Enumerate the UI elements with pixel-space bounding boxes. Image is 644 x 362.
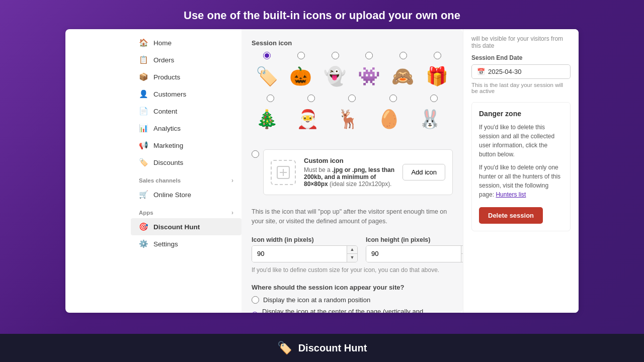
icon-row2-icons: 🎄 🎅 🦌 🥚 🐰 <box>252 104 453 134</box>
radio-bunny[interactable] <box>430 95 438 102</box>
add-icon-button[interactable]: Add icon <box>403 164 445 180</box>
custom-icon-placeholder <box>271 160 296 185</box>
end-date-field[interactable]: 📅 2025-04-30 <box>471 64 571 79</box>
position-option-random: Display the icon at a random position <box>252 296 453 304</box>
sidebar-item-analytics[interactable]: 📊 Analytics <box>131 120 242 137</box>
icon-santa: 🎅 <box>292 104 323 134</box>
home-icon: 🏠 <box>139 38 148 47</box>
position-label-center: Display the icon at the center of the pa… <box>262 308 453 313</box>
end-date-visible-hint: will be visible for your visitors from t… <box>471 35 571 49</box>
sidebar-item-home[interactable]: 🏠 Home <box>131 34 242 51</box>
radio-gift[interactable] <box>434 52 441 59</box>
sidebar-label-home: Home <box>153 39 172 47</box>
online-store-icon: 🛒 <box>139 190 148 199</box>
height-spinner: ▲ ▼ <box>366 245 463 262</box>
sidebar-label-orders: Orders <box>153 56 174 64</box>
orders-icon: 📋 <box>139 55 148 64</box>
sidebar-label-online-store: Online Store <box>153 191 191 199</box>
radio-egg[interactable] <box>389 95 397 102</box>
calendar-icon: 📅 <box>477 68 485 75</box>
bottom-footer: 🏷️ Discount Hunt <box>0 334 644 362</box>
hunters-list-link[interactable]: Hunters list <box>496 191 526 198</box>
icon-monster: 👾 <box>354 61 384 92</box>
footer-icon: 🏷️ <box>277 341 292 355</box>
size-hint: If you'd like to define custom size for … <box>252 266 453 274</box>
delete-session-button[interactable]: Delete session <box>479 207 543 224</box>
position-question: Where should the session icon appear you… <box>252 284 453 291</box>
sidebar-item-customers[interactable]: 👤 Customers <box>131 85 242 103</box>
custom-icon-desc: Must be a .jpg or .png, less than 200kb,… <box>304 166 394 188</box>
icon-bunny: 🐰 <box>415 104 445 134</box>
icon-gift: 🎁 <box>422 61 452 92</box>
radio-position-center[interactable] <box>252 311 258 313</box>
width-input[interactable] <box>252 246 347 262</box>
custom-icon-title: Custom icon <box>304 157 394 164</box>
products-icon: 📦 <box>139 72 148 81</box>
icon-row1-icons: 🏷️ 🎃 👻 👾 🙈 🎁 <box>252 61 453 92</box>
danger-zone-title: Danger zone <box>479 110 563 118</box>
chevron-icon: › <box>231 177 233 184</box>
sidebar-label-analytics: Analytics <box>153 125 181 132</box>
position-label-random: Display the icon at a random position <box>263 296 370 304</box>
width-label: Icon width (in pixels) <box>252 236 358 243</box>
end-date-description: This is the last day your session will b… <box>471 82 571 94</box>
icon-row1-radios <box>252 52 453 59</box>
position-section: Where should the session icon appear you… <box>252 284 453 313</box>
danger-zone: Danger zone If you'd like to delete this… <box>471 102 571 231</box>
radio-monster[interactable] <box>365 52 373 59</box>
end-date-value: 2025-04-30 <box>488 68 522 75</box>
right-panel: will be visible for your visitors from t… <box>463 29 579 313</box>
sidebar-label-settings: Settings <box>153 240 178 248</box>
sidebar-label-discounts: Discounts <box>153 159 183 166</box>
width-decrement-btn[interactable]: ▼ <box>347 254 357 262</box>
radio-ornament[interactable] <box>267 95 274 102</box>
icon-ghost: 👻 <box>319 61 350 92</box>
width-input-group: Icon width (in pixels) ▲ ▼ <box>252 236 358 262</box>
sidebar: 🏠 Home 📋 Orders 📦 Products 👤 Customers 📄… <box>131 29 242 313</box>
height-label: Icon height (in pixels) <box>366 236 463 243</box>
sidebar-item-discounts[interactable]: 🏷️ Discounts <box>131 154 242 171</box>
radio-pumpkin[interactable] <box>297 52 305 59</box>
icon-monkey: 🙈 <box>388 61 418 92</box>
danger-zone-para1: If you'd like to delete this session and… <box>479 123 563 159</box>
sidebar-item-online-store[interactable]: 🛒 Online Store <box>131 186 242 203</box>
sidebar-item-orders[interactable]: 📋 Orders <box>131 51 242 68</box>
session-icon-label: Session icon <box>252 39 453 47</box>
radio-discount[interactable] <box>263 52 271 59</box>
discount-hunt-icon: 🎯 <box>139 222 148 231</box>
icon-row2-radios <box>252 95 453 102</box>
analytics-icon: 📊 <box>139 124 148 133</box>
radio-custom[interactable] <box>252 150 259 158</box>
sidebar-item-discount-hunt[interactable]: 🎯 Discount Hunt <box>131 218 242 235</box>
icon-egg: 🥚 <box>374 104 405 134</box>
content-area: Session icon 🏷️ 🎃 👻 👾 🙈 <box>242 29 463 313</box>
main-card: 🏠 Home 📋 Orders 📦 Products 👤 Customers 📄… <box>65 29 579 313</box>
radio-santa[interactable] <box>307 95 315 102</box>
position-option-center: Display the icon at the center of the pa… <box>252 308 453 313</box>
width-increment-btn[interactable]: ▲ <box>347 246 357 254</box>
apps-chevron-icon: › <box>231 209 233 216</box>
marketing-icon: 📢 <box>139 141 148 150</box>
sidebar-label-discount-hunt: Discount Hunt <box>153 223 200 231</box>
sidebar-item-content[interactable]: 📄 Content <box>131 103 242 120</box>
danger-zone-para2: If you'd like to delete only one hunter … <box>479 163 563 199</box>
radio-reindeer[interactable] <box>348 95 356 102</box>
apps-section: Apps › <box>131 203 242 218</box>
sidebar-item-products[interactable]: 📦 Products <box>131 68 242 85</box>
width-spinner: ▲ ▼ <box>252 245 358 262</box>
sidebar-item-marketing[interactable]: 📢 Marketing <box>131 137 242 154</box>
icon-description: This is the icon that will "pop up" afte… <box>252 207 453 226</box>
radio-position-random[interactable] <box>252 296 259 304</box>
customers-icon: 👤 <box>139 89 148 99</box>
custom-icon-section: Custom icon Must be a .jpg or .png, less… <box>263 149 453 195</box>
radio-ghost[interactable] <box>332 52 339 59</box>
end-date-label: Session End Date <box>471 54 571 61</box>
icon-discount: 🏷️ <box>252 61 282 92</box>
height-input[interactable] <box>366 246 461 262</box>
radio-monkey[interactable] <box>399 52 407 59</box>
settings-icon: ⚙️ <box>139 239 148 248</box>
size-inputs-row: Icon width (in pixels) ▲ ▼ Icon height (… <box>252 236 453 262</box>
sidebar-item-settings[interactable]: ⚙️ Settings <box>131 235 242 252</box>
page-header: Use one of the built-in icons or upload … <box>0 0 644 29</box>
icon-pumpkin: 🎃 <box>286 61 316 92</box>
